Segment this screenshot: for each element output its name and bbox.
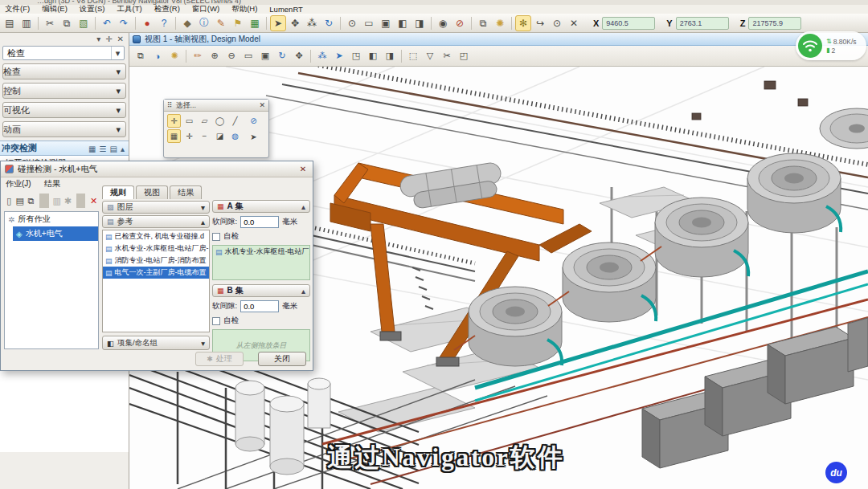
zoom-select-icon[interactable]: ⊙ (344, 15, 360, 31)
fit-view-icon[interactable]: ▣ (378, 15, 394, 31)
help-icon[interactable]: ? (156, 15, 172, 31)
toolbox-titlebar[interactable]: ⠿ 选择... ✕ (164, 100, 268, 112)
accusnap-icon[interactable]: ✻ (515, 15, 531, 31)
task-section-bar[interactable]: 动画 ▾ (2, 121, 126, 137)
next-view-icon[interactable]: ◨ (411, 15, 428, 31)
camera-icon[interactable]: ◉ (435, 15, 451, 31)
set-b-header[interactable]: ▦ B 集 ▴ (212, 284, 310, 297)
set-a-item[interactable]: ▤ 水机专业-水库枢纽-电站厂房- (213, 246, 309, 258)
reference-item[interactable]: ▤ 电气一次-主副厂房-电缆布置 (103, 267, 209, 279)
window-area-icon[interactable]: ▭ (240, 48, 256, 64)
select-subtract-icon[interactable]: − (198, 129, 211, 143)
close-icon[interactable]: ✕ (297, 164, 309, 174)
select-add-icon[interactable]: ✛ (182, 129, 196, 143)
toolbar-icon[interactable] (471, 17, 472, 30)
reference-bar[interactable]: ▤ 参考 ▴ (102, 215, 210, 228)
zoom-window-icon[interactable]: ▭ (361, 15, 377, 31)
report-icon[interactable]: ▥ (52, 194, 63, 208)
wifi-icon[interactable] (798, 34, 822, 58)
toolbar-icon[interactable] (431, 17, 432, 30)
toolbar-icon[interactable] (135, 17, 136, 30)
toolbar-icon[interactable] (38, 17, 39, 30)
item-sets-combo[interactable]: ◧ 项集/命名组 ▾ (102, 336, 210, 350)
copy-icon[interactable]: ⧉ (59, 15, 75, 31)
tree-root-all-jobs[interactable]: ✲ 所有作业 (5, 212, 98, 226)
task-combo[interactable]: 检查 ▾ (2, 46, 125, 60)
tab[interactable]: 结果 (170, 185, 202, 199)
pan-view-icon[interactable]: ✥ (291, 48, 307, 64)
delete-job-icon[interactable]: ✕ (88, 194, 99, 208)
task-section-clash-detection[interactable]: 冲突检测 ▦☰▤▴ (0, 141, 129, 156)
models-icon[interactable]: ◆ (179, 15, 195, 31)
copy-view-icon[interactable]: ⧉ (475, 15, 491, 31)
walk-icon[interactable]: ⁂ (304, 15, 320, 31)
rotate-view-icon[interactable]: ↻ (321, 15, 337, 31)
detail-view-icon[interactable]: ▤ (110, 145, 117, 153)
clearance-input[interactable] (240, 300, 279, 312)
view-toolbar-icon[interactable] (310, 50, 311, 63)
view-titlebar[interactable]: 视图 1 - 轴测视图, Design Model (129, 33, 868, 46)
export-icon[interactable]: ✱ (63, 194, 73, 208)
toolbar-icon[interactable] (175, 17, 176, 30)
task-section-bar[interactable]: 可视化 ▾ (2, 102, 126, 118)
fly-icon[interactable]: ➤ (331, 48, 347, 64)
process-button[interactable]: ✱ 处理 (195, 352, 244, 366)
select-invert-icon[interactable]: ◪ (213, 129, 227, 143)
clearance-input[interactable] (240, 216, 279, 228)
select-all-icon[interactable]: ◍ (228, 129, 242, 143)
coordinate-value[interactable]: 9460.5 (602, 17, 655, 30)
fit-icon[interactable]: ▣ (257, 48, 273, 64)
view-toolbar-icon[interactable] (401, 50, 402, 63)
checkbox[interactable] (212, 233, 220, 241)
undo-icon[interactable]: ↶ (99, 15, 115, 31)
render-light-icon[interactable]: ✺ (492, 15, 508, 31)
select-none-icon[interactable]: ⊘ (247, 114, 260, 128)
snap-close-icon[interactable]: ✕ (566, 15, 582, 31)
redline-icon[interactable]: ✎ (213, 15, 229, 31)
new-job-icon[interactable]: ▯ (4, 194, 14, 208)
select-block-icon[interactable]: ▭ (182, 114, 196, 128)
dialog-menu-item[interactable]: 作业(J) (6, 178, 31, 189)
view-toolbar-icon[interactable] (186, 50, 186, 63)
panel-close-icon[interactable]: ✕ (117, 35, 124, 43)
markup-flag-icon[interactable]: ⚑ (230, 15, 246, 31)
clip-volume-icon[interactable]: ▽ (422, 48, 438, 64)
set-a-header[interactable]: ▦ A 集 ▴ (212, 200, 310, 213)
cut-icon[interactable]: ✂ (42, 15, 58, 31)
zoom-out-icon[interactable]: ⊖ (223, 48, 240, 64)
select-line-icon[interactable]: ╱ (228, 114, 242, 128)
task-section-bar[interactable]: 控制 ▾ (2, 83, 126, 99)
tree-item-selected-job[interactable]: ◈ 水机+电气 (13, 226, 98, 241)
coordinate-value[interactable]: 2763.1 (676, 17, 729, 30)
pin-icon[interactable]: ✛ (105, 35, 112, 43)
browser-icon[interactable]: ● (139, 15, 155, 31)
toolbar-icon[interactable] (95, 17, 96, 30)
select-circle-icon[interactable]: ◯ (213, 114, 227, 128)
paste-icon[interactable]: ▧ (76, 15, 92, 31)
zoom-in-icon[interactable]: ⊕ (207, 48, 223, 64)
dialog-titlebar[interactable]: 碰撞检测 - 水机+电气 ✕ (1, 161, 313, 177)
checkbox[interactable] (212, 317, 220, 325)
dialog-menu-item[interactable]: 结果 (44, 178, 60, 189)
toolbar-icon[interactable] (340, 17, 341, 30)
save-job-icon[interactable]: ▤ (15, 194, 26, 208)
panel-menu-icon[interactable]: ▾ (96, 35, 100, 43)
menu-item[interactable]: LumenRT (269, 5, 303, 14)
no-camera-icon[interactable]: ⊘ (452, 15, 468, 31)
close-icon[interactable]: ✕ (259, 101, 265, 109)
palette-icon[interactable]: ▦ (247, 15, 263, 31)
snap-curve-icon[interactable]: ↪ (532, 15, 548, 31)
list-view-icon[interactable]: ☰ (100, 145, 107, 153)
layers-bar[interactable]: ▨ 图层 ▾ (102, 201, 210, 214)
nav-cube-icon[interactable]: ◳ (348, 48, 364, 64)
toolbar-icon[interactable] (511, 17, 512, 30)
view-attributes-icon[interactable]: ⧉ (133, 48, 149, 64)
snap-center-icon[interactable]: ⊙ (549, 15, 565, 31)
dialog-toolbar-icon[interactable] (76, 194, 86, 208)
task-section-bar[interactable]: 检查 ▾ (2, 63, 126, 79)
toolbar-icon[interactable] (266, 17, 267, 30)
print-icon[interactable]: ▥ (18, 15, 35, 31)
clip-mask-icon[interactable]: ✂ (439, 48, 455, 64)
prev-view-icon[interactable]: ◧ (395, 15, 411, 31)
select-shape-icon[interactable]: ▱ (198, 114, 211, 128)
